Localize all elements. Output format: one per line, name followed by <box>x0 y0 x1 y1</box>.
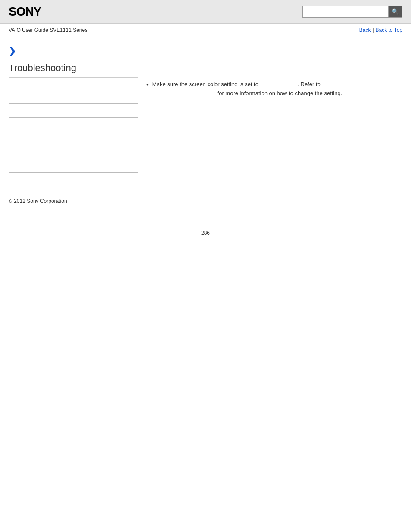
copyright: © 2012 Sony Corporation <box>9 198 67 204</box>
section-title: Troubleshooting <box>9 62 138 78</box>
search-button[interactable]: 🔍 <box>389 6 402 18</box>
bullet-text-middle: . Refer to <box>297 81 320 87</box>
bullet-dot: ● <box>146 82 149 87</box>
content-section: ● Make sure the screen color setting is … <box>146 80 402 107</box>
sidebar-link-item-5[interactable] <box>9 139 138 145</box>
sony-logo: SONY <box>9 5 41 19</box>
nav-separator: | <box>372 27 374 33</box>
search-area: 🔍 <box>302 6 402 18</box>
bullet-item: ● Make sure the screen color setting is … <box>146 80 402 98</box>
back-to-top-link[interactable]: Back to Top <box>376 27 402 33</box>
search-input[interactable] <box>302 6 389 18</box>
back-link[interactable]: Back <box>359 27 371 33</box>
sidebar-link-item-6[interactable] <box>9 153 138 159</box>
sidebar-link-item-7[interactable] <box>9 167 138 173</box>
chevron-icon: ❯ <box>9 46 138 56</box>
bullet-text-before: Make sure the screen color setting is se… <box>152 81 258 87</box>
main-content: ❯ Troubleshooting ● Make sure the screen… <box>0 37 411 189</box>
header: SONY 🔍 <box>0 0 411 24</box>
footer: © 2012 Sony Corporation <box>0 189 411 213</box>
sidebar-links-section <box>9 84 138 173</box>
sub-header: VAIO User Guide SVE1111 Series Back | Ba… <box>0 24 411 37</box>
bullet-text-after: for more information on how to change th… <box>218 90 342 96</box>
guide-title: VAIO User Guide SVE1111 Series <box>9 27 87 33</box>
bullet-text: Make sure the screen color setting is se… <box>152 80 342 98</box>
right-content: ● Make sure the screen color setting is … <box>146 46 402 180</box>
sidebar-link-item-2[interactable] <box>9 98 138 104</box>
nav-links: Back | Back to Top <box>359 27 402 33</box>
sidebar-link-item-4[interactable] <box>9 125 138 131</box>
sidebar-link-item-1[interactable] <box>9 84 138 90</box>
sidebar-link-item-3[interactable] <box>9 112 138 118</box>
page-number: 286 <box>0 213 411 245</box>
search-icon: 🔍 <box>392 8 399 15</box>
sidebar: ❯ Troubleshooting <box>9 46 138 180</box>
